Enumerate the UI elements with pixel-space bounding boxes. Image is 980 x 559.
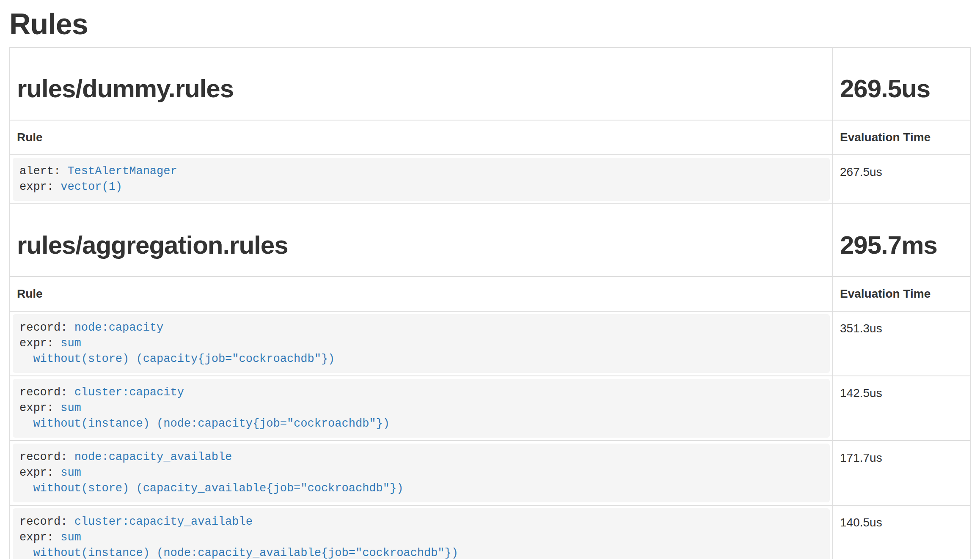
column-header-rule: Rule bbox=[10, 120, 833, 155]
rule-group-total-time-cell: 295.7ms bbox=[833, 204, 970, 277]
expr-link[interactable]: sum without(instance) (node:capacity{job… bbox=[19, 402, 390, 430]
rule-definition: alert: TestAlertManager expr: vector(1) bbox=[13, 158, 830, 201]
expr-link[interactable]: sum without(instance) (node:capacity_ava… bbox=[19, 531, 458, 559]
rules-table-body: rules/dummy.rules269.5usRuleEvaluation T… bbox=[10, 47, 970, 559]
rule-row: record: cluster:capacity expr: sum witho… bbox=[10, 376, 970, 441]
page-title: Rules bbox=[9, 8, 971, 41]
rule-row: alert: TestAlertManager expr: vector(1)2… bbox=[10, 155, 970, 204]
rule-evaluation-time: 351.3us bbox=[833, 311, 970, 376]
rule-definition-cell: record: cluster:capacity expr: sum witho… bbox=[10, 376, 833, 441]
rule-definition: record: cluster:capacity_available expr:… bbox=[13, 508, 830, 559]
record-name-link[interactable]: node:capacity_available bbox=[74, 451, 232, 463]
record-name-link[interactable]: cluster:capacity bbox=[74, 386, 184, 399]
column-header-row: RuleEvaluation Time bbox=[10, 120, 970, 155]
rule-group-file-cell: rules/dummy.rules bbox=[10, 47, 833, 120]
rule-group-header-row: rules/dummy.rules269.5us bbox=[10, 47, 970, 120]
rule-row: record: cluster:capacity_available expr:… bbox=[10, 505, 970, 559]
rule-definition-cell: record: cluster:capacity_available expr:… bbox=[10, 505, 833, 559]
rule-evaluation-time: 142.5us bbox=[833, 376, 970, 441]
rules-page: Rules rules/dummy.rules269.5usRuleEvalua… bbox=[0, 8, 980, 559]
rule-group-total-evaluation-time: 269.5us bbox=[840, 75, 963, 103]
rule-definition: record: node:capacity expr: sum without(… bbox=[13, 314, 830, 373]
rule-definition: record: node:capacity_available expr: su… bbox=[13, 444, 830, 502]
rule-definition: record: cluster:capacity expr: sum witho… bbox=[13, 379, 830, 438]
column-header-evaluation-time: Evaluation Time bbox=[833, 277, 970, 311]
rule-group-total-time-cell: 269.5us bbox=[833, 47, 970, 120]
column-header-row: RuleEvaluation Time bbox=[10, 277, 970, 311]
record-name-link[interactable]: cluster:capacity_available bbox=[74, 515, 253, 528]
column-header-rule: Rule bbox=[10, 277, 833, 311]
column-header-evaluation-time: Evaluation Time bbox=[833, 120, 970, 155]
rule-evaluation-time: 267.5us bbox=[833, 155, 970, 204]
rule-group-total-evaluation-time: 295.7ms bbox=[840, 231, 963, 259]
expr-link[interactable]: sum without(store) (capacity_available{j… bbox=[19, 466, 403, 495]
rule-row: record: node:capacity_available expr: su… bbox=[10, 441, 970, 505]
rule-group-file: rules/dummy.rules bbox=[17, 75, 826, 103]
expr-link[interactable]: vector(1) bbox=[61, 181, 122, 193]
rule-definition-cell: alert: TestAlertManager expr: vector(1) bbox=[10, 155, 833, 204]
rule-definition-cell: record: node:capacity_available expr: su… bbox=[10, 441, 833, 505]
record-name-link[interactable]: node:capacity bbox=[74, 321, 164, 334]
rule-group-header-row: rules/aggregation.rules295.7ms bbox=[10, 204, 970, 277]
rule-group-file-cell: rules/aggregation.rules bbox=[10, 204, 833, 277]
rule-evaluation-time: 140.5us bbox=[833, 505, 970, 559]
rule-evaluation-time: 171.7us bbox=[833, 441, 970, 505]
rules-table: rules/dummy.rules269.5usRuleEvaluation T… bbox=[9, 47, 971, 559]
rule-definition-cell: record: node:capacity expr: sum without(… bbox=[10, 311, 833, 376]
expr-link[interactable]: sum without(store) (capacity{job="cockro… bbox=[19, 337, 335, 365]
rule-row: record: node:capacity expr: sum without(… bbox=[10, 311, 970, 376]
rule-group-file: rules/aggregation.rules bbox=[17, 231, 826, 259]
alert-name-link[interactable]: TestAlertManager bbox=[67, 165, 177, 178]
